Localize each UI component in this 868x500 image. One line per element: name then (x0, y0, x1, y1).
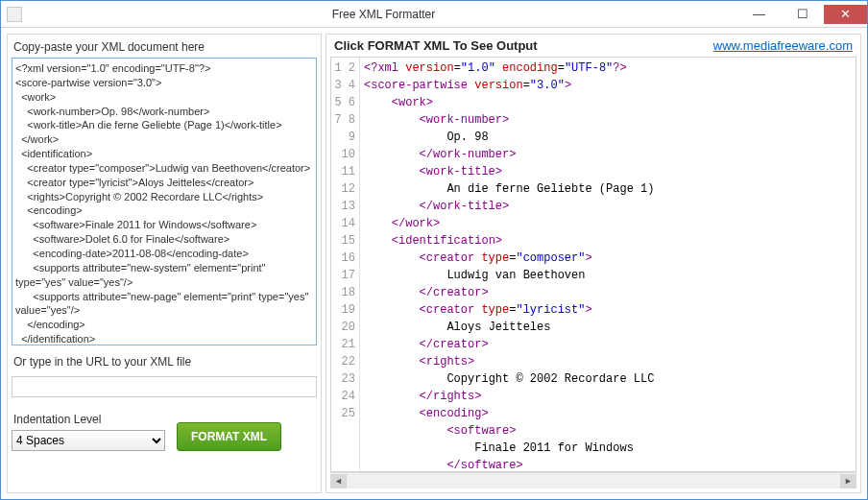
code-viewer: 1 2 3 4 5 6 7 8 9 10 11 12 13 14 15 16 1… (330, 57, 856, 472)
line-gutter: 1 2 3 4 5 6 7 8 9 10 11 12 13 14 15 16 1… (331, 58, 360, 471)
scroll-left-icon[interactable]: ◄ (330, 474, 347, 488)
titlebar: Free XML Formatter — ☐ ✕ (1, 1, 867, 28)
scroll-track[interactable] (347, 474, 840, 488)
right-panel: Click FORMAT XML To See Output www.media… (326, 34, 861, 493)
left-panel: Copy-paste your XML document here Or typ… (7, 34, 322, 493)
output-title: Click FORMAT XML To See Output (334, 38, 538, 53)
url-input[interactable] (12, 376, 317, 397)
close-button[interactable]: ✕ (824, 5, 867, 24)
xml-input-textarea[interactable] (12, 58, 317, 345)
url-label: Or type in the URL to your XML file (13, 355, 317, 369)
maximize-button[interactable]: ☐ (781, 5, 824, 24)
scroll-right-icon[interactable]: ► (840, 474, 856, 488)
code-area[interactable]: <?xml version="1.0" encoding="UTF-8"?> <… (360, 58, 856, 471)
window-title: Free XML Formatter (30, 8, 737, 21)
format-xml-button[interactable]: FORMAT XML (177, 422, 281, 451)
indent-select[interactable]: 4 Spaces (12, 430, 165, 451)
indent-label: Indentation Level (13, 413, 165, 426)
minimize-button[interactable]: — (737, 5, 781, 24)
app-icon (7, 7, 22, 22)
horizontal-scrollbar[interactable]: ◄ ► (330, 472, 856, 488)
content-area: Copy-paste your XML document here Or typ… (1, 28, 867, 499)
paste-label: Copy-paste your XML document here (13, 40, 317, 54)
website-link[interactable]: www.mediafreeware.com (713, 38, 853, 53)
app-window: Free XML Formatter — ☐ ✕ Copy-paste your… (0, 0, 868, 500)
